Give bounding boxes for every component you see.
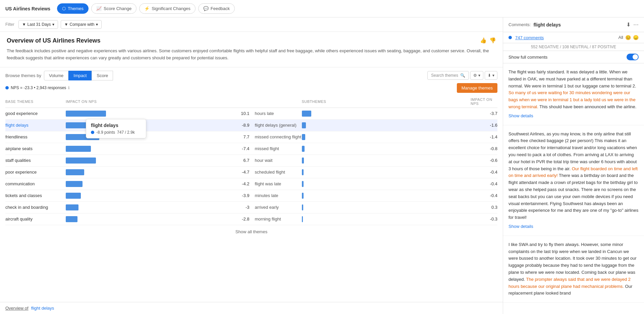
thumbs-down-icon[interactable]: 👎 <box>489 37 496 44</box>
score-value: 6.7 <box>235 158 255 163</box>
subthemes-header: SUBTHEMES <box>302 100 471 104</box>
top-navigation: US Airlines Reviews ⬡ Themes 📈 Score Cha… <box>0 0 644 17</box>
table-row[interactable]: check in and boarding -3 arrived early 0… <box>5 202 497 213</box>
table-row[interactable]: airplane seats -7.4 missed flight -0.8 <box>5 143 497 155</box>
impact-bar <box>66 169 84 175</box>
subtheme-score: -1.4 <box>471 134 497 139</box>
bar-cell <box>66 146 235 152</box>
subtheme-score: -0.6 <box>471 158 497 163</box>
manage-themes-button[interactable]: Manage themes <box>457 83 497 93</box>
tab-themes[interactable]: ⬡ Themes <box>57 3 89 14</box>
subtheme-bar <box>302 134 305 140</box>
overview-text: The feedback includes positive and negat… <box>7 48 496 62</box>
show-details-link-2[interactable]: Show details <box>508 223 639 230</box>
theme-name: airplane seats <box>5 146 66 151</box>
show-all-button[interactable]: Show all themes <box>5 225 497 238</box>
sentiment-text: 552 NEGATIVE / 108 NEUTRAL / 87 POSITIVE <box>531 45 616 49</box>
impact-bar <box>66 204 78 210</box>
all-filter-label[interactable]: All <box>619 35 623 40</box>
bottom-breadcrumb: Overview of flight delays <box>0 302 503 314</box>
download-comments-icon[interactable]: ⬇ <box>626 21 631 28</box>
gear-icon: ⚙ <box>473 73 477 78</box>
breadcrumb-overview-link[interactable]: Overview of <box>5 306 29 311</box>
volume-tab-label: Volume <box>49 73 63 78</box>
nps-badge: NPS = -23.3 • 2,943 responses ℹ <box>5 85 70 90</box>
search-themes-placeholder: Search themes <box>431 73 458 78</box>
theme-name: communication <box>5 181 66 186</box>
browse-tab-impact[interactable]: Impact <box>68 71 92 80</box>
table-row[interactable]: communication -4.2 flight was late -0.4 <box>5 178 497 190</box>
subtheme-bar <box>302 193 304 199</box>
search-themes-box[interactable]: Search themes 🔍 <box>427 71 469 80</box>
subtheme-bar-cell <box>302 111 471 117</box>
nps-value: NPS = -23.3 • 2,943 responses <box>11 85 66 90</box>
browse-section: Browse themes by Volume Impact Score Sea… <box>0 67 503 80</box>
page-title: US Airlines Reviews <box>5 6 50 11</box>
settings-chevron: ▾ <box>478 73 480 78</box>
subtheme-name: missed flight <box>255 146 302 151</box>
tooltip-title: flight delays <box>91 123 141 128</box>
overview-actions: 👍 👎 <box>480 37 496 44</box>
compare-filter-button[interactable]: ▼ Compare with ▾ <box>61 20 102 29</box>
comment-text-before: Southwest Airlines, as you may know, is … <box>508 131 637 171</box>
period-filter-label: Last 31 Days <box>28 22 51 27</box>
theme-name: good experience <box>5 111 66 116</box>
period-filter-button[interactable]: ▼ Last 31 Days ▾ <box>18 20 58 29</box>
browse-tab-volume[interactable]: Volume <box>44 71 68 80</box>
bar-cell <box>66 181 235 187</box>
impact-bar <box>66 158 96 164</box>
download-chevron: ▾ <box>492 73 494 78</box>
comments-count-row: 747 comments All 😊 😞 <box>503 32 644 43</box>
chevron-down-icon: ▾ <box>52 22 54 27</box>
themes-table: BASE THEMES Impact on NPS SUBTHEMES Impa… <box>0 96 503 302</box>
subtheme-score: 0.3 <box>471 205 497 210</box>
subtheme-bar-cell <box>302 216 471 222</box>
score-value: -7.4 <box>235 146 255 151</box>
comments-count[interactable]: 747 comments <box>515 35 544 40</box>
tooltip-dot <box>91 131 94 134</box>
table-row[interactable]: aircraft quality -2.8 morning flight -0.… <box>5 213 497 225</box>
overview-section: Overview of US Airlines Reviews 👍 👎 The … <box>0 32 503 67</box>
subtheme-bar <box>302 122 306 128</box>
theme-name: tickets and classes <box>5 193 66 198</box>
tooltip-row: -8.9 points 747 / 2.9k <box>91 130 141 135</box>
table-row[interactable]: tickets and classes -3.9 minutes late -0… <box>5 190 497 202</box>
overview-header: Overview of US Airlines Reviews 👍 👎 <box>7 37 496 44</box>
subtheme-name: flight delays (general) <box>255 123 302 128</box>
show-full-toggle[interactable] <box>627 54 639 60</box>
right-panel: Comments: flight delays ⬇ ⋯ 747 comments… <box>503 17 644 314</box>
info-icon[interactable]: ℹ <box>68 85 70 90</box>
themes-icon: ⬡ <box>62 6 66 11</box>
score-value: -3.9 <box>235 193 255 198</box>
table-row[interactable]: poor experience -4.7 scheduled flight -0… <box>5 167 497 178</box>
impact-bar <box>66 111 106 117</box>
table-row[interactable]: good experience 10.1 hours late -3.7 <box>5 108 497 120</box>
impact-bar <box>66 193 81 199</box>
show-full-label: Show full comments <box>508 55 547 60</box>
subtheme-bar <box>302 111 311 117</box>
table-row[interactable]: staff qualities 6.7 hour wait -0.6 <box>5 155 497 167</box>
tab-feedback[interactable]: 💬 Feedback <box>198 3 235 14</box>
bar-cell <box>66 158 235 164</box>
tab-significant-changes[interactable]: ⚡ Significant Changes <box>139 3 196 14</box>
show-details-link-1[interactable]: Show details <box>508 113 639 120</box>
score-value: -8.9 <box>235 123 255 128</box>
download-button[interactable]: ⬇ ▾ <box>485 71 497 80</box>
browse-tab-score[interactable]: Score <box>92 71 113 80</box>
table-row[interactable]: friendliness 7.7 missed connecting fligh… <box>5 131 497 143</box>
settings-comments-icon[interactable]: ⋯ <box>633 21 639 28</box>
score-tab-label: Score <box>97 73 108 78</box>
table-row[interactable]: flight delays flight delays -8.9 points … <box>5 120 497 131</box>
positive-filter-icon[interactable]: 😊 <box>625 35 631 40</box>
subtheme-bar-cell <box>302 158 471 164</box>
compare-chevron-icon: ▾ <box>96 22 98 27</box>
thumbs-up-icon[interactable]: 👍 <box>480 37 487 44</box>
compare-filter-icon: ▼ <box>64 22 68 27</box>
score-value: -2.8 <box>235 216 255 222</box>
tab-score-change[interactable]: 📈 Score Change <box>91 3 137 14</box>
subtheme-name: scheduled flight <box>255 170 302 175</box>
settings-button[interactable]: ⚙ ▾ <box>470 71 483 80</box>
subtheme-bar <box>302 204 303 210</box>
negative-filter-icon[interactable]: 😞 <box>633 35 639 40</box>
score-value: 10.1 <box>235 111 255 116</box>
